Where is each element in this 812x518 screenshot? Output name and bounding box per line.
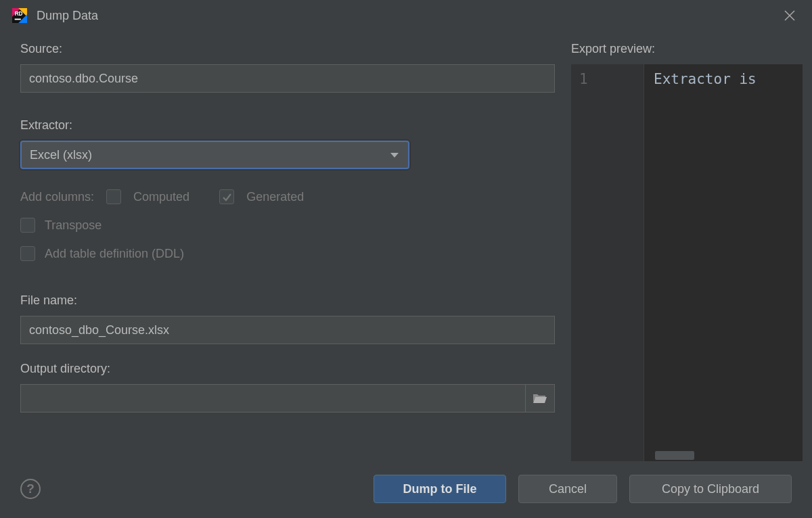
extractor-select[interactable]: Excel (xlsx) xyxy=(20,141,409,169)
transpose-label: Transpose xyxy=(45,218,102,233)
help-button[interactable]: ? xyxy=(20,479,41,499)
source-label: Source: xyxy=(20,42,555,56)
output-directory-input[interactable] xyxy=(20,384,525,413)
svg-rect-5 xyxy=(15,19,21,20)
computed-checkbox[interactable] xyxy=(106,189,121,204)
ddl-checkbox[interactable] xyxy=(20,246,35,261)
cancel-button[interactable]: Cancel xyxy=(518,475,617,503)
browse-directory-button[interactable] xyxy=(525,384,555,413)
close-icon xyxy=(784,9,796,22)
form-panel: Source: Extractor: Excel (xlsx) Add colu… xyxy=(20,42,555,461)
transpose-row: Transpose xyxy=(20,218,555,233)
footer: ? Dump to File Cancel Copy to Clipboard xyxy=(0,461,812,518)
output-directory-label: Output directory: xyxy=(20,362,555,376)
source-input[interactable] xyxy=(20,64,555,93)
dump-to-file-button[interactable]: Dump to File xyxy=(374,475,506,503)
filename-input[interactable] xyxy=(20,316,555,344)
svg-text:RD: RD xyxy=(15,11,23,17)
filename-label: File name: xyxy=(20,293,555,308)
add-columns-label: Add columns: xyxy=(20,190,94,204)
dialog-title: Dump Data xyxy=(37,9,782,23)
dump-data-dialog: RD Dump Data Source: Extractor: Excel (x… xyxy=(0,0,812,518)
horizontal-scrollbar-thumb[interactable] xyxy=(655,451,694,460)
generated-checkbox[interactable] xyxy=(219,189,234,204)
preview-panel: Export preview: 1 Extractor is xyxy=(571,42,803,461)
transpose-checkbox[interactable] xyxy=(20,218,35,233)
close-button[interactable] xyxy=(782,8,797,23)
preview-line-text: Extractor is xyxy=(654,71,797,87)
rider-logo-icon: RD xyxy=(12,8,27,23)
check-icon xyxy=(221,191,232,202)
preview-line-number: 1 xyxy=(579,71,634,87)
ddl-label: Add table definition (DDL) xyxy=(45,247,184,261)
computed-label: Computed xyxy=(133,190,189,204)
preview-label: Export preview: xyxy=(571,42,803,56)
extractor-label: Extractor: xyxy=(20,118,555,133)
add-columns-row: Add columns: Computed Generated xyxy=(20,189,555,204)
ddl-row: Add table definition (DDL) xyxy=(20,246,555,261)
preview-body: Extractor is xyxy=(644,64,803,461)
generated-label: Generated xyxy=(246,190,304,204)
preview-editor[interactable]: 1 Extractor is xyxy=(571,64,803,461)
extractor-value: Excel (xlsx) xyxy=(30,148,92,162)
preview-gutter: 1 xyxy=(571,64,644,461)
folder-open-icon xyxy=(533,392,547,404)
copy-to-clipboard-button[interactable]: Copy to Clipboard xyxy=(629,475,792,503)
content-area: Source: Extractor: Excel (xlsx) Add colu… xyxy=(0,30,812,461)
titlebar: RD Dump Data xyxy=(0,0,812,30)
question-icon: ? xyxy=(26,481,35,496)
